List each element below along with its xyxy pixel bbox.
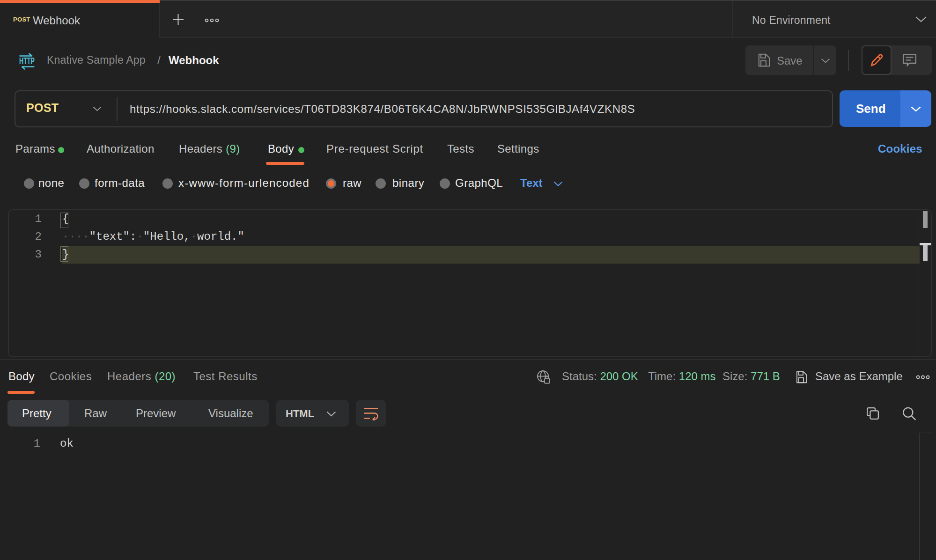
svg-text:HTTP: HTTP xyxy=(19,56,35,66)
